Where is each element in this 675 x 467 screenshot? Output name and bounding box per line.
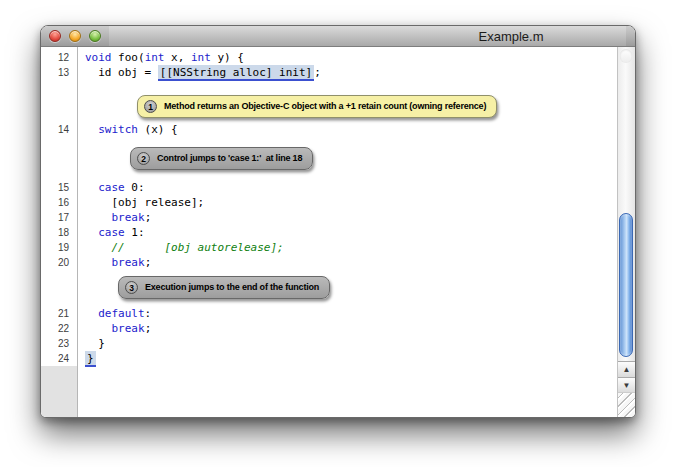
highlighted-code: } xyxy=(85,351,96,367)
code-row: 24} xyxy=(41,351,617,366)
code-token: switch xyxy=(98,123,138,136)
annotation-step-badge: 2 xyxy=(137,152,150,165)
code-line: // [obj autorelease]; xyxy=(77,240,284,255)
line-number: 14 xyxy=(41,122,77,137)
line-number: 21 xyxy=(41,306,77,321)
analyzer-annotation-2: 2Control jumps to 'case 1:' at line 18 xyxy=(130,147,313,170)
code-line: break; xyxy=(77,321,151,336)
code-token: ; xyxy=(145,322,152,335)
code-token: : xyxy=(145,307,152,320)
titlebar-proxy-band xyxy=(109,26,626,46)
code-line: } xyxy=(77,351,96,366)
line-number: 23 xyxy=(41,336,77,351)
code-token: default xyxy=(98,307,144,320)
code-line: [obj release]; xyxy=(77,195,204,210)
window-titlebar[interactable]: Example.m xyxy=(41,26,635,47)
close-button[interactable] xyxy=(49,30,61,42)
code-token: void xyxy=(85,51,112,64)
line-number: 13 xyxy=(41,65,77,80)
line-number: 12 xyxy=(41,50,77,65)
code-row: 22 break; xyxy=(41,321,617,336)
code-line: case 1: xyxy=(77,225,145,240)
code-token xyxy=(85,181,98,194)
code-token xyxy=(85,226,98,239)
analyzer-annotation-1: 1Method returns an Objective-C object wi… xyxy=(137,95,497,118)
code-token: foo( xyxy=(112,51,145,64)
line-number: 19 xyxy=(41,240,77,255)
line-number: 17 xyxy=(41,210,77,225)
code-token: [obj release]; xyxy=(85,196,204,209)
annotation-text: Control jumps to 'case 1:' at line 18 xyxy=(157,152,302,165)
code-row: 14 switch (x) { xyxy=(41,122,617,137)
code-row: 19 // [obj autorelease]; xyxy=(41,240,617,255)
code-token: id obj = xyxy=(85,66,158,79)
line-number: 20 xyxy=(41,255,77,270)
annotation-step-badge: 1 xyxy=(144,100,157,113)
code-line: switch (x) { xyxy=(77,122,178,137)
code-line: default: xyxy=(77,306,151,321)
code-row: 16 [obj release]; xyxy=(41,195,617,210)
code-token: int xyxy=(191,51,211,64)
resize-grip[interactable] xyxy=(618,392,635,417)
line-number: 24 xyxy=(41,351,77,366)
minimize-button[interactable] xyxy=(69,30,81,42)
zoom-button[interactable] xyxy=(89,30,101,42)
code-token xyxy=(85,211,112,224)
annotation-text: Method returns an Objective-C object wit… xyxy=(164,100,486,113)
code-token: ; xyxy=(314,66,321,79)
scrollbar-thumb[interactable] xyxy=(619,213,633,357)
code-row: 12void foo(int x, int y) { xyxy=(41,50,617,65)
code-token: int xyxy=(145,51,165,64)
code-token: (x) { xyxy=(138,123,178,136)
line-number: 16 xyxy=(41,195,77,210)
code-token: 1: xyxy=(125,226,145,239)
code-token: break xyxy=(112,322,145,335)
line-number: 22 xyxy=(41,321,77,336)
editor-rows: 12void foo(int x, int y) {13 id obj = [[… xyxy=(41,47,617,417)
code-row: 18 case 1: xyxy=(41,225,617,240)
code-line: id obj = [[NSString alloc] init]; xyxy=(77,65,321,80)
annotation-text: Execution jumps to the end of the functi… xyxy=(145,281,319,294)
code-token: ; xyxy=(145,256,152,269)
code-line: } xyxy=(77,336,105,351)
scrollbar-track-cap xyxy=(620,49,632,63)
window: Example.m 12void foo(int x, int y) {13 i… xyxy=(40,25,636,418)
window-title: Example.m xyxy=(478,29,543,44)
code-row: 23 } xyxy=(41,336,617,351)
editor-content: 12void foo(int x, int y) {13 id obj = [[… xyxy=(41,47,635,417)
code-token: // [obj autorelease]; xyxy=(85,241,284,254)
code-token: case xyxy=(98,181,125,194)
code-token: case xyxy=(98,226,125,239)
analyzer-annotation-3: 3Execution jumps to the end of the funct… xyxy=(118,276,330,299)
line-number: 15 xyxy=(41,180,77,195)
code-token: 0: xyxy=(125,181,145,194)
code-line: break; xyxy=(77,210,151,225)
scroll-down-button[interactable]: ▼ xyxy=(618,377,635,393)
annotation-step-badge: 3 xyxy=(125,281,138,294)
code-line: case 0: xyxy=(77,180,145,195)
line-number: 18 xyxy=(41,225,77,240)
code-token: break xyxy=(112,256,145,269)
code-token: break xyxy=(112,211,145,224)
code-row: 21 default: xyxy=(41,306,617,321)
code-row: 20 break; xyxy=(41,255,617,270)
code-token: ; xyxy=(145,211,152,224)
highlighted-code: [[NSString alloc] init] xyxy=(158,65,314,81)
code-token xyxy=(85,256,112,269)
code-token xyxy=(85,123,98,136)
up-arrow-icon: ▲ xyxy=(623,366,631,374)
down-arrow-icon: ▼ xyxy=(623,382,631,390)
code-row: 15 case 0: xyxy=(41,180,617,195)
code-row: 13 id obj = [[NSString alloc] init]; xyxy=(41,65,617,80)
code-line: void foo(int x, int y) { xyxy=(77,50,244,65)
code-line: break; xyxy=(77,255,151,270)
code-token: } xyxy=(85,337,105,350)
code-token xyxy=(85,322,112,335)
vertical-scrollbar[interactable]: ▲ ▼ xyxy=(617,47,635,417)
code-row: 17 break; xyxy=(41,210,617,225)
code-token: x, xyxy=(165,51,192,64)
code-token xyxy=(85,307,98,320)
scroll-up-button[interactable]: ▲ xyxy=(618,361,635,377)
code-token: y) { xyxy=(211,51,244,64)
